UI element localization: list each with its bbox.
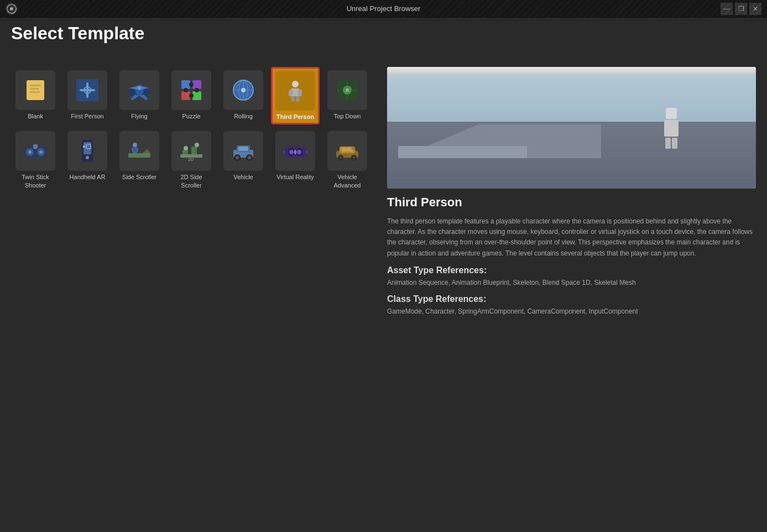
template-icon-first-person [67,70,107,110]
template-label-twin-stick: Twin Stick Shooter [14,173,56,189]
template-label-blank: Blank [28,112,43,120]
svg-rect-29 [291,96,295,102]
svg-rect-74 [342,148,353,152]
svg-point-17 [189,82,194,87]
asset-type-section: Asset Type References: Animation Sequenc… [387,265,756,288]
svg-point-52 [184,146,188,150]
template-label-2d-side-scroller: 2D Side Scroller [170,173,212,189]
template-item-rolling[interactable]: Rolling [219,67,268,124]
svg-point-24 [241,88,246,92]
svg-point-73 [353,157,356,159]
template-icon-rolling [223,70,263,110]
svg-point-1 [10,7,13,11]
template-icon-vehicle [223,131,263,171]
svg-rect-67 [294,150,296,154]
svg-point-25 [292,81,299,87]
svg-rect-5 [30,91,40,93]
svg-point-20 [189,93,194,98]
detail-description: The third person template features a pla… [387,216,756,259]
svg-point-66 [297,150,301,154]
svg-rect-43 [83,145,85,148]
window-controls[interactable]: — ❐ ✕ [721,3,761,15]
template-icon-twin-stick [15,131,55,171]
template-item-third-person[interactable]: Third Person [271,67,320,124]
template-item-vehicle-advanced[interactable]: Vehicle Advanced [323,128,372,192]
svg-point-38 [39,150,43,154]
svg-rect-3 [30,85,41,86]
svg-rect-41 [84,142,91,154]
template-label-flying: Flying [131,112,147,120]
svg-rect-27 [289,90,293,96]
template-icon-blank [15,70,55,110]
svg-rect-47 [133,147,137,152]
template-item-handheld-ar[interactable]: Handheld AR [63,128,112,192]
svg-rect-15 [181,91,190,100]
template-label-top-down: Top Down [334,112,361,120]
template-item-puzzle[interactable]: Puzzle [167,67,216,124]
template-icon-third-person [275,71,315,111]
class-type-header: Class Type References: [387,294,756,304]
main-content: Blank First Person [0,56,767,532]
template-icon-puzzle [171,70,211,110]
template-label-side-scroller: Side Scroller [122,173,156,181]
svg-rect-8 [86,82,88,98]
detail-panel: Third Person The third person template f… [387,67,756,532]
svg-point-12 [138,86,141,90]
svg-point-19 [195,88,199,92]
svg-rect-13 [181,80,190,89]
template-item-flying[interactable]: Flying [115,67,164,124]
svg-text:2D: 2D [188,157,194,162]
template-label-vehicle: Vehicle [233,173,253,181]
template-item-blank[interactable]: Blank [11,67,60,124]
window-title: Unreal Project Browser [347,4,421,13]
template-item-side-scroller[interactable]: Side Scroller [115,128,164,192]
svg-point-18 [184,88,188,92]
asset-type-content: Animation Sequence, Animation Blueprint,… [387,278,756,288]
svg-rect-4 [30,88,39,90]
restore-button[interactable]: ❐ [735,3,747,15]
svg-rect-51 [191,147,197,154]
svg-point-60 [248,156,251,159]
template-item-top-down[interactable]: Top Down [323,67,372,124]
asset-type-header: Asset Type References: [387,265,756,275]
template-label-rolling: Rolling [234,112,253,120]
svg-rect-30 [296,96,300,102]
template-label-first-person: First Person [71,112,103,120]
svg-rect-28 [298,90,302,96]
svg-rect-14 [192,80,201,89]
class-type-content: GameMode, Character, SpringArmComponent,… [387,306,756,316]
svg-rect-61 [238,147,248,151]
template-icon-vehicle-advanced [327,131,367,171]
template-item-2d-side-scroller[interactable]: 2D 2D Side Scroller [167,128,216,192]
template-item-twin-stick[interactable]: Twin Stick Shooter [11,128,60,192]
app-logo [6,3,18,15]
close-button[interactable]: ✕ [749,3,761,15]
template-icon-handheld-ar [67,131,107,171]
svg-rect-16 [192,91,201,100]
page-title: Select Template [11,23,756,44]
svg-point-71 [340,157,342,159]
minimize-button[interactable]: — [721,3,733,15]
svg-rect-39 [33,144,38,149]
svg-rect-2 [27,80,44,100]
template-item-virtual-reality[interactable]: Virtual Reality [271,128,320,192]
svg-point-58 [236,156,239,159]
svg-point-42 [86,156,89,159]
svg-point-64 [289,150,294,154]
template-icon-side-scroller [119,131,159,171]
template-icon-2d-side-scroller: 2D [171,131,211,171]
svg-point-36 [28,150,32,154]
template-icon-top-down [327,70,367,110]
svg-point-48 [133,143,137,147]
class-type-section: Class Type References: GameMode, Charact… [387,294,756,316]
detail-template-name: Third Person [387,195,756,210]
template-item-first-person[interactable]: First Person [63,67,112,124]
template-label-third-person: Third Person [276,113,314,121]
template-grid: Blank First Person [11,67,376,192]
template-item-vehicle[interactable]: Vehicle [219,128,268,192]
template-label-puzzle: Puzzle [182,112,200,120]
template-label-vehicle-advanced: Vehicle Advanced [326,173,368,189]
template-icon-virtual-reality [275,131,315,171]
title-bar: Unreal Project Browser — ❐ ✕ [0,0,767,18]
template-label-virtual-reality: Virtual Reality [276,173,314,181]
